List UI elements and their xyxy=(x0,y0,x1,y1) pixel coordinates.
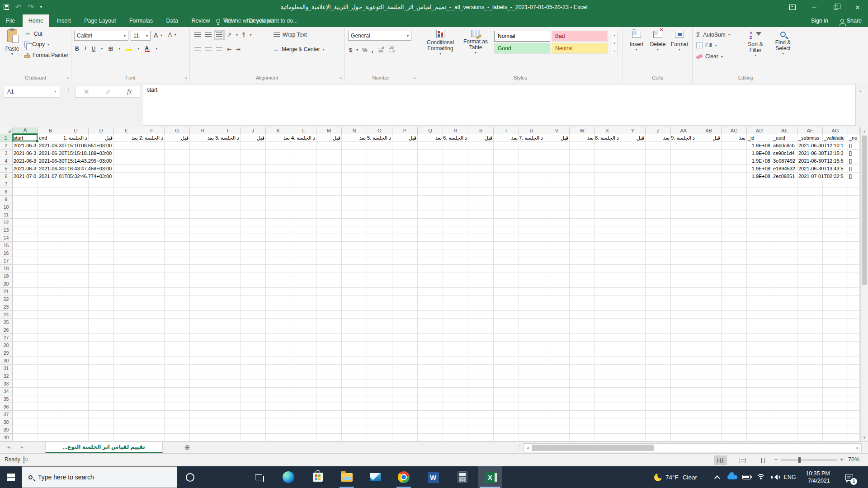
cell-AD3[interactable]: 1.9E+08 xyxy=(747,150,772,157)
cell-R3[interactable] xyxy=(443,150,468,157)
cell-H19[interactable] xyxy=(190,272,215,280)
text-direction-icon[interactable]: ¶ xyxy=(242,32,245,38)
cell-O6[interactable] xyxy=(367,173,392,180)
column-header-AG[interactable]: AG xyxy=(823,127,848,134)
cell-C39[interactable] xyxy=(63,426,89,434)
cell-A8[interactable] xyxy=(13,188,38,196)
cell-W3[interactable] xyxy=(570,150,595,157)
cell-U12[interactable] xyxy=(519,219,544,226)
cell-partial-3[interactable]: [] xyxy=(848,150,860,157)
cell-X24[interactable] xyxy=(595,311,620,319)
cell-partial-28[interactable] xyxy=(848,342,860,349)
font-name-select[interactable]: Calibri▾ xyxy=(74,31,128,41)
cell-AE37[interactable] xyxy=(772,411,797,418)
cell-Q24[interactable] xyxy=(418,311,443,319)
cell-E18[interactable] xyxy=(114,265,139,272)
paste-button[interactable]: Paste ▾ xyxy=(3,29,22,56)
cell-U26[interactable] xyxy=(519,326,544,334)
cell-M3[interactable] xyxy=(316,150,342,157)
start-button[interactable] xyxy=(0,466,22,488)
cell-P31[interactable] xyxy=(392,365,418,372)
cell-AB17[interactable] xyxy=(696,257,722,265)
column-header-AE[interactable]: AE xyxy=(772,127,797,134)
cell-O30[interactable] xyxy=(367,357,392,365)
cell-G33[interactable] xyxy=(165,380,190,388)
cell-AF19[interactable] xyxy=(797,272,823,280)
cell-J36[interactable] xyxy=(241,403,266,411)
cell-partial-23[interactable] xyxy=(848,303,860,311)
view-normal-button[interactable] xyxy=(714,455,727,465)
cell-V31[interactable] xyxy=(544,365,570,372)
cell-Q15[interactable] xyxy=(418,242,443,249)
cell-H39[interactable] xyxy=(190,426,215,434)
cell-C1[interactable]: د الجلسة .1 xyxy=(63,134,89,142)
cell-I26[interactable] xyxy=(215,326,241,334)
cell-M13[interactable] xyxy=(316,226,342,234)
cell-D39[interactable] xyxy=(89,426,114,434)
cell-E17[interactable] xyxy=(114,257,139,265)
cell-R28[interactable] xyxy=(443,342,468,349)
cell-O29[interactable] xyxy=(367,349,392,357)
cell-R18[interactable] xyxy=(443,265,468,272)
cell-W27[interactable] xyxy=(570,334,595,342)
cell-Z8[interactable] xyxy=(646,188,671,196)
cell-AA5[interactable] xyxy=(671,165,696,173)
cell-M7[interactable] xyxy=(316,180,342,188)
cell-AE32[interactable] xyxy=(772,372,797,380)
cell-AC16[interactable] xyxy=(722,249,747,257)
cell-L28[interactable] xyxy=(291,342,316,349)
cell-D28[interactable] xyxy=(89,342,114,349)
cell-X25[interactable] xyxy=(595,319,620,326)
cell-H15[interactable] xyxy=(190,242,215,249)
cell-AE25[interactable] xyxy=(772,319,797,326)
cell-AF16[interactable] xyxy=(797,249,823,257)
cell-C17[interactable] xyxy=(63,257,89,265)
cell-E3[interactable] xyxy=(114,150,139,157)
cell-S13[interactable] xyxy=(468,226,494,234)
cell-AF3[interactable]: 2021-06-30T12:15:3 xyxy=(797,150,823,157)
cell-D40[interactable] xyxy=(89,434,114,441)
cell-J14[interactable] xyxy=(241,234,266,242)
cell-X15[interactable] xyxy=(595,242,620,249)
scroll-right-icon[interactable]: ▸ xyxy=(854,446,861,450)
cell-Z14[interactable] xyxy=(646,234,671,242)
cell-B23[interactable] xyxy=(38,303,63,311)
cell-J5[interactable] xyxy=(241,165,266,173)
taskbar-search-box[interactable]: Type here to search xyxy=(22,466,177,488)
cell-Y25[interactable] xyxy=(620,319,646,326)
align-right-icon[interactable] xyxy=(216,47,222,52)
cell-U9[interactable] xyxy=(519,196,544,203)
cell-R11[interactable] xyxy=(443,211,468,219)
cell-R9[interactable] xyxy=(443,196,468,203)
cell-W36[interactable] xyxy=(570,403,595,411)
cell-J30[interactable] xyxy=(241,357,266,365)
cortana-button[interactable] xyxy=(180,466,200,488)
cell-D18[interactable] xyxy=(89,265,114,272)
cell-E6[interactable] xyxy=(114,173,139,180)
cell-N11[interactable] xyxy=(342,211,367,219)
cell-P17[interactable] xyxy=(392,257,418,265)
cell-O12[interactable] xyxy=(367,219,392,226)
cell-AB13[interactable] xyxy=(696,226,722,234)
cell-B16[interactable] xyxy=(38,249,63,257)
cell-J38[interactable] xyxy=(241,418,266,426)
cell-M2[interactable] xyxy=(316,142,342,150)
cell-U40[interactable] xyxy=(519,434,544,441)
cell-S12[interactable] xyxy=(468,219,494,226)
cell-AG12[interactable] xyxy=(823,219,848,226)
cell-Z26[interactable] xyxy=(646,326,671,334)
cell-F25[interactable] xyxy=(139,319,165,326)
cell-L12[interactable] xyxy=(291,219,316,226)
cell-G24[interactable] xyxy=(165,311,190,319)
row-header-38[interactable]: 38 xyxy=(0,418,13,426)
cell-AG18[interactable] xyxy=(823,265,848,272)
cell-K8[interactable] xyxy=(266,188,291,196)
cell-V1[interactable]: قبل xyxy=(544,134,570,142)
cell-F19[interactable] xyxy=(139,272,165,280)
row-header-13[interactable]: 13 xyxy=(0,226,13,234)
cell-W33[interactable] xyxy=(570,380,595,388)
cell-W19[interactable] xyxy=(570,272,595,280)
cell-X38[interactable] xyxy=(595,418,620,426)
row-header-14[interactable]: 14 xyxy=(0,234,13,242)
column-header-E[interactable]: E xyxy=(114,127,139,134)
